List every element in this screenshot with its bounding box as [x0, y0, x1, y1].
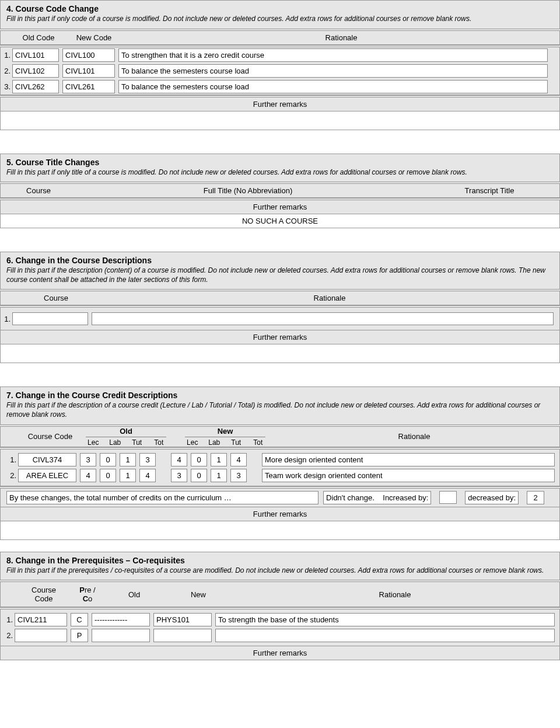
old-tut-field[interactable]: 1 — [120, 469, 136, 482]
section-header: 6. Change in the Course Descriptions Fil… — [0, 252, 560, 289]
section-title: 8. Change in the Prerequisites – Co-requ… — [6, 556, 554, 565]
new-field[interactable] — [153, 629, 212, 642]
table-row: 2. AREA ELEC 4 0 1 4 3 0 1 3 Team work d… — [0, 468, 560, 486]
old-lab-field[interactable]: 0 — [100, 453, 116, 466]
new-tot-field[interactable]: 4 — [230, 453, 247, 466]
new-lec-field[interactable]: 4 — [171, 453, 187, 466]
header-old-code: Old Code — [12, 33, 65, 42]
new-lec-field[interactable]: 3 — [171, 469, 187, 482]
new-lab-field[interactable]: 0 — [191, 469, 207, 482]
header-new-group: New Lec Lab Tut Tot — [181, 427, 269, 447]
row-number: 2. — [1, 471, 18, 480]
section-desc: Fill in this part if the description (co… — [6, 266, 554, 284]
further-remarks-body[interactable] — [0, 112, 560, 130]
header-full-title: Full Title (No Abbreviation) — [76, 186, 419, 195]
new-tut-field[interactable]: 1 — [211, 469, 227, 482]
section-header: 5. Course Title Changes Fill in this par… — [0, 154, 560, 182]
decreased-by-value[interactable]: 2 — [527, 491, 544, 504]
header-old-group: Old Lec Lab Tut Tot — [82, 427, 170, 447]
old-code-field[interactable]: CIVL102 — [12, 64, 59, 78]
section-header: 7. Change in the Course Credit Descripti… — [0, 386, 560, 424]
rationale-field[interactable]: Team work design oriented content — [262, 469, 555, 482]
column-headers: Course Full Title (No Abbreviation) Tran… — [0, 184, 560, 198]
table-row: 3. CIVL262 CIVL261 To balance the semest… — [0, 79, 560, 95]
column-headers: Old Code New Code Rationale — [0, 31, 560, 45]
new-lab-field[interactable]: 0 — [191, 453, 207, 466]
row-number: 1. — [1, 315, 12, 323]
rationale-field[interactable]: To strength the base of the students — [215, 613, 555, 626]
rationale-field[interactable]: More design oriented content — [262, 453, 555, 466]
old-code-field[interactable]: CIVL101 — [12, 48, 59, 62]
rationale-field[interactable]: To balance the semesters course load — [118, 80, 548, 93]
course-code-field[interactable] — [15, 629, 67, 642]
section-header: 4. Course Code Change Fill in this part … — [0, 0, 560, 29]
course-code-field[interactable]: AREA ELEC — [18, 469, 76, 482]
course-code-field[interactable]: CIVL211 — [15, 613, 67, 626]
table-row: 1. CIVL101 CIVL100 To strengthen that it… — [0, 47, 560, 63]
section-desc: Fill in this part if only title of a cou… — [6, 168, 554, 177]
summary-text: By these changes, the total number of cr… — [6, 491, 318, 504]
new-code-field[interactable]: CIVL100 — [62, 48, 115, 62]
old-lec-field[interactable]: 4 — [80, 469, 96, 482]
old-lab-field[interactable]: 0 — [100, 469, 116, 482]
table-row: 2. P — [0, 628, 560, 646]
old-field[interactable]: ------------- — [92, 613, 150, 626]
rationale-field[interactable] — [92, 312, 554, 325]
rationale-field[interactable]: To strengthen that it is a zero credit c… — [118, 48, 548, 62]
column-headers: Course Code Old Lec Lab Tut Tot New Lec … — [0, 427, 560, 447]
further-remarks-body[interactable] — [0, 344, 560, 363]
old-code-field[interactable]: CIVL262 — [12, 80, 59, 93]
section-4-course-code-change: 4. Course Code Change Fill in this part … — [0, 0, 560, 130]
pre-co-field[interactable]: P — [71, 629, 88, 642]
header-course: Course — [12, 294, 100, 302]
new-field[interactable]: PHYS101 — [153, 613, 212, 626]
decreased-by-label: decreased by: — [465, 491, 519, 504]
header-new: New — [166, 586, 230, 603]
new-tut-field[interactable]: 1 — [211, 453, 227, 466]
table-row: 1. — [0, 308, 560, 330]
row-number: 1. — [1, 615, 15, 624]
old-field[interactable] — [92, 629, 150, 642]
new-code-field[interactable]: CIVL261 — [62, 80, 115, 93]
course-code-field[interactable]: CIVL374 — [18, 453, 76, 466]
table-row: 1. CIVL374 3 0 1 3 4 0 1 4 More design o… — [0, 450, 560, 468]
didnt-change-cell: Didn't change. Increased by: — [323, 491, 431, 504]
new-code-field[interactable]: CIVL101 — [62, 64, 115, 78]
further-remarks-header: Further remarks — [0, 330, 560, 344]
further-remarks-body[interactable]: NO SUCH A COURSE — [0, 214, 560, 228]
old-tot-field[interactable]: 4 — [139, 469, 156, 482]
rationale-field[interactable]: To balance the semesters course load — [118, 64, 548, 78]
row-number: 2. — [1, 67, 12, 75]
section-desc: Fill in this part if only code of a cour… — [6, 15, 554, 24]
further-remarks-header: Further remarks — [0, 646, 560, 660]
course-field[interactable] — [12, 312, 88, 325]
further-remarks-header: Further remarks — [0, 97, 560, 112]
section-header: 8. Change in the Prerequisites – Co-requ… — [0, 552, 560, 580]
table-row: 1. CIVL211 C ------------- PHYS101 To st… — [0, 609, 560, 628]
section-title: 4. Course Code Change — [6, 4, 554, 13]
header-rationale: Rationale — [123, 33, 559, 42]
further-remarks-body[interactable] — [0, 521, 560, 540]
old-tot-field[interactable]: 3 — [139, 453, 156, 466]
row-number: 1. — [1, 51, 12, 60]
header-course: Course — [1, 186, 76, 195]
new-tot-field[interactable]: 3 — [230, 469, 247, 482]
section-7-credit-descriptions: 7. Change in the Course Credit Descripti… — [0, 386, 560, 539]
column-headers: CourseCode Pre / Co Old New Rationale — [0, 582, 560, 607]
header-course-code: CourseCode — [15, 586, 73, 603]
header-course-code: Course Code — [18, 427, 82, 447]
old-lec-field[interactable]: 3 — [80, 453, 96, 466]
old-tut-field[interactable]: 1 — [120, 453, 136, 466]
rationale-field[interactable] — [215, 629, 555, 642]
increased-by-value[interactable] — [439, 491, 457, 504]
row-number: 1. — [1, 455, 18, 464]
header-transcript-title: Transcript Title — [419, 186, 559, 195]
further-remarks-header: Further remarks — [0, 507, 560, 521]
credit-summary-row: By these changes, the total number of cr… — [0, 489, 560, 507]
column-headers: Course Rationale — [0, 291, 560, 305]
section-title: 6. Change in the Course Descriptions — [6, 256, 554, 265]
row-number: 3. — [1, 82, 12, 91]
row-number: 2. — [1, 631, 15, 640]
section-8-prerequisites: 8. Change in the Prerequisites – Co-requ… — [0, 552, 560, 661]
pre-co-field[interactable]: C — [71, 613, 88, 626]
